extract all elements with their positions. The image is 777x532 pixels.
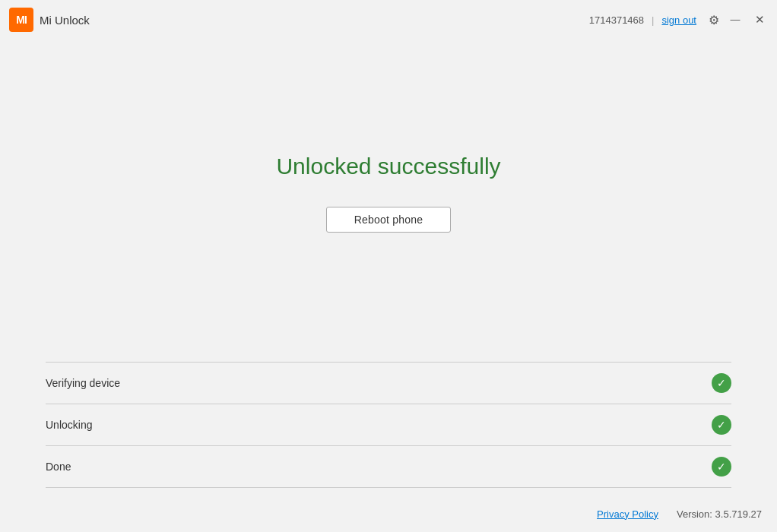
step-row: Unlocking✓ — [46, 404, 731, 445]
main-content: Unlocked successfully Reboot phone Verif… — [0, 40, 777, 496]
step-check-icon: ✓ — [712, 373, 731, 393]
sign-out-link[interactable]: sign out — [661, 14, 696, 26]
top-section: Unlocked successfully Reboot phone — [46, 40, 731, 362]
success-title: Unlocked successfully — [276, 154, 500, 179]
step-check-icon: ✓ — [712, 457, 731, 477]
logo-area: MI Mi Unlock — [9, 8, 90, 32]
step-row: Done✓ — [46, 445, 731, 488]
footer: Privacy Policy Version: 3.5.719.27 — [0, 496, 777, 532]
step-label: Unlocking — [46, 419, 92, 431]
settings-icon[interactable]: ⚙ — [709, 13, 719, 27]
titlebar: MI Mi Unlock 1714371468 | sign out ⚙ — ✕ — [0, 0, 777, 40]
step-row: Verifying device✓ — [46, 362, 731, 404]
reboot-phone-button[interactable]: Reboot phone — [326, 207, 451, 233]
steps-section: Verifying device✓Unlocking✓Done✓ — [46, 362, 731, 488]
version-text: Version: 3.5.719.27 — [677, 508, 762, 520]
minimize-button[interactable]: — — [727, 11, 744, 28]
step-label: Done — [46, 461, 71, 473]
step-check-icon: ✓ — [712, 415, 731, 435]
app-title: Mi Unlock — [40, 14, 90, 27]
step-label: Verifying device — [46, 377, 120, 389]
mi-logo-icon: MI — [9, 8, 33, 32]
user-id: 1714371468 — [589, 14, 644, 26]
titlebar-right: 1714371468 | sign out ⚙ — ✕ — [589, 11, 768, 28]
privacy-policy-link[interactable]: Privacy Policy — [597, 508, 658, 520]
close-button[interactable]: ✕ — [751, 11, 768, 28]
separator: | — [652, 14, 654, 26]
